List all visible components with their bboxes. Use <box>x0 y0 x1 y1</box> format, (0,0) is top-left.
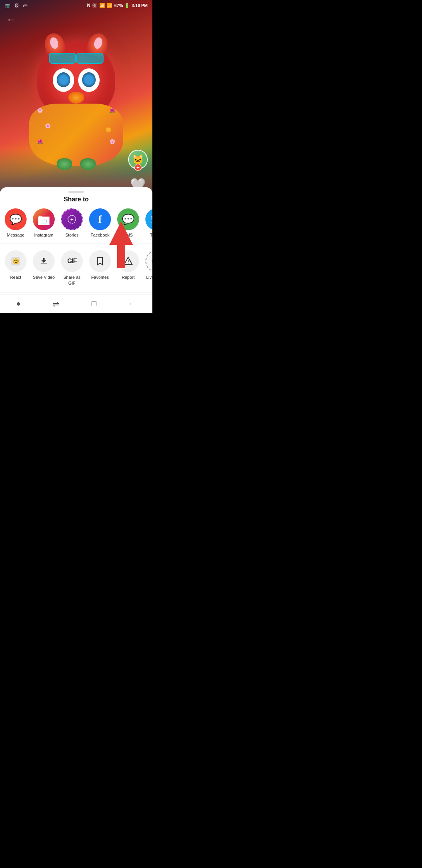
creator-avatar-container[interactable]: 🐱 + <box>128 150 148 169</box>
share-stories[interactable]: + Stories <box>58 208 86 237</box>
action-react[interactable]: 😊 React <box>2 250 30 286</box>
svg-text:+: + <box>70 216 73 222</box>
action-share-gif[interactable]: GIF Share asGIF <box>58 250 86 286</box>
report-icon-svg <box>123 256 133 266</box>
ear-inner <box>49 36 59 50</box>
save-video-icon-circle <box>33 250 55 272</box>
time: 3:16 PM <box>131 3 148 8</box>
glass-right <box>76 53 104 64</box>
eye-left <box>53 68 74 92</box>
twitter-label: Twitter <box>150 233 152 237</box>
svg-point-6 <box>128 263 129 264</box>
gif-text: GIF <box>67 258 77 265</box>
nav-switch-button[interactable]: ⇌ <box>53 299 59 308</box>
battery-icon: 🔋 <box>124 3 130 8</box>
flower3: 🌸 <box>45 123 51 129</box>
action-row: 😊 React Save Video GIF Share asGIF <box>0 250 152 292</box>
ear-inner-right <box>93 36 104 50</box>
photo-status-icon: 🖼 <box>13 2 20 9</box>
action-live-photo[interactable]: Live Photo <box>142 250 152 286</box>
glass-left <box>49 53 76 64</box>
nav-back-button[interactable]: ← <box>129 299 136 308</box>
flower1: 🌸 <box>37 108 43 113</box>
live-photo-icon-circle <box>145 250 152 272</box>
pupil-left <box>57 72 70 87</box>
nav-recents-button[interactable]: □ <box>92 299 97 308</box>
instagram-label: Instagram <box>34 233 54 237</box>
furby-feet <box>57 158 96 170</box>
save-video-label: Save Video <box>33 274 55 280</box>
pupil-right <box>82 72 96 87</box>
gallery-status-icon: 🗃 <box>22 2 28 9</box>
share-twitter[interactable]: Twitter <box>142 208 152 237</box>
foot-left <box>57 158 72 170</box>
react-label: React <box>10 274 21 280</box>
share-title: Share to <box>0 196 152 203</box>
report-label: Report <box>122 274 134 280</box>
beak <box>68 92 84 104</box>
instagram-status-icon: 📷 <box>5 2 11 9</box>
react-icon-svg: 😊 <box>11 256 21 266</box>
flower5: 🌺 <box>37 139 43 144</box>
status-icons-left: 📷 🖼 🗃 <box>5 2 28 9</box>
react-icon-circle: 😊 <box>5 250 27 272</box>
mute-icon: 🔇 <box>92 3 98 8</box>
live-photo-icon-svg <box>151 256 152 267</box>
battery-percent: 67% <box>114 3 123 8</box>
action-save-video[interactable]: Save Video <box>30 250 58 286</box>
twitter-icon <box>145 208 152 230</box>
report-icon-circle <box>117 250 139 272</box>
nav-home-button[interactable]: ● <box>16 299 21 308</box>
furby-figure: 🌸 🌺 🌸 🌼 🌺 🌸 <box>21 33 131 174</box>
furby-torso: 🌸 🌺 🌸 🌼 🌺 🌸 <box>29 104 123 166</box>
favorites-label: Favorites <box>91 274 109 280</box>
foot-right <box>80 158 96 170</box>
svg-point-7 <box>152 257 152 265</box>
facebook-label: Facebook <box>91 233 109 237</box>
sms-label: SMS <box>123 233 133 237</box>
follow-plus-button[interactable]: + <box>134 164 141 171</box>
svg-text:😊: 😊 <box>13 258 20 265</box>
live-photo-label: Live Photo <box>146 274 152 280</box>
download-icon-svg <box>39 256 48 266</box>
stories-svg: + <box>66 214 77 225</box>
message-label: Message <box>7 233 25 237</box>
action-favorites[interactable]: Favorites <box>86 250 114 286</box>
share-message[interactable]: 💬 Message <box>2 208 30 237</box>
message-icon: 💬 <box>5 208 27 230</box>
sheet-handle <box>68 191 84 193</box>
stories-icon: + <box>61 208 83 230</box>
back-button[interactable]: ← <box>6 14 16 25</box>
twitter-bird-svg <box>150 213 152 226</box>
share-facebook[interactable]: f Facebook <box>86 208 114 237</box>
sunglasses <box>45 53 107 65</box>
gif-icon-circle: GIF <box>61 250 83 272</box>
status-icons-right: N 🔇 📶 📶 67% 🔋 3:16 PM <box>87 3 148 8</box>
eye-right <box>78 68 100 92</box>
stories-label: Stories <box>65 233 79 237</box>
sheet-divider <box>0 244 152 244</box>
facebook-icon: f <box>89 208 111 230</box>
flower6: 🌸 <box>109 139 115 144</box>
flower4: 🌼 <box>106 127 111 133</box>
favorites-icon-circle <box>89 250 111 272</box>
svg-rect-4 <box>41 264 47 264</box>
share-gif-label: Share asGIF <box>63 274 80 286</box>
flower2: 🌺 <box>109 108 115 113</box>
bookmark-icon-svg <box>95 256 105 266</box>
instagram-icon: 📷 <box>33 208 55 230</box>
share-row: 💬 Message 📷 Instagram + Stories f Facebo <box>0 208 152 244</box>
signal-icon: 📶 <box>107 3 113 8</box>
nfc-icon: N <box>87 3 91 8</box>
sms-icon: 💬 <box>117 208 139 230</box>
action-report[interactable]: Report <box>114 250 142 286</box>
share-instagram[interactable]: 📷 Instagram <box>30 208 58 237</box>
nav-bar: ● ⇌ □ ← <box>0 294 152 313</box>
status-bar: 📷 🖼 🗃 N 🔇 📶 📶 67% 🔋 3:16 PM <box>0 0 152 11</box>
wifi-icon: 📶 <box>99 3 105 8</box>
share-sms[interactable]: 💬 SMS <box>114 208 142 237</box>
